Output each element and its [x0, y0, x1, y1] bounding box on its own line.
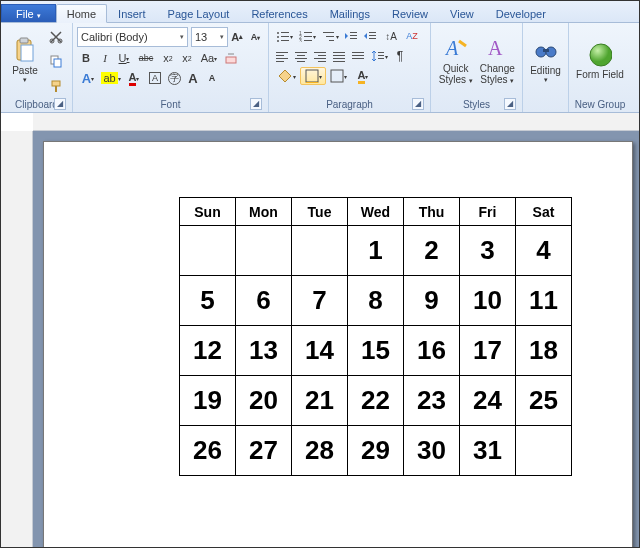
- grow-a-button[interactable]: A: [184, 69, 202, 87]
- calendar-cell[interactable]: 13: [236, 326, 292, 376]
- bullets-button[interactable]: ▾: [273, 27, 295, 45]
- col-sun[interactable]: Sun: [180, 198, 236, 226]
- col-sat[interactable]: Sat: [516, 198, 572, 226]
- calendar-cell[interactable]: [180, 226, 236, 276]
- calendar-cell[interactable]: 26: [180, 426, 236, 476]
- increase-indent-button[interactable]: [361, 27, 379, 45]
- styles-launcher[interactable]: ◢: [504, 98, 516, 110]
- calendar-cell[interactable]: 18: [516, 326, 572, 376]
- decrease-indent-button[interactable]: [342, 27, 360, 45]
- italic-button[interactable]: I: [96, 49, 114, 67]
- calendar-cell[interactable]: 24: [460, 376, 516, 426]
- calendar-cell[interactable]: 23: [404, 376, 460, 426]
- calendar-cell[interactable]: [236, 226, 292, 276]
- calendar-cell[interactable]: 17: [460, 326, 516, 376]
- calendar-cell[interactable]: 30: [404, 426, 460, 476]
- editing-button[interactable]: Editing ▾: [527, 25, 564, 98]
- tab-page-layout[interactable]: Page Layout: [157, 4, 241, 22]
- tab-insert[interactable]: Insert: [107, 4, 157, 22]
- calendar-cell[interactable]: 20: [236, 376, 292, 426]
- border-style-button[interactable]: ▾: [327, 67, 349, 85]
- tab-developer[interactable]: Developer: [485, 4, 557, 22]
- align-right-button[interactable]: [311, 47, 329, 65]
- distributed-button[interactable]: [349, 47, 367, 65]
- calendar-cell[interactable]: 25: [516, 376, 572, 426]
- calendar-cell[interactable]: 15: [348, 326, 404, 376]
- tab-references[interactable]: References: [240, 4, 318, 22]
- calendar-cell[interactable]: 1: [348, 226, 404, 276]
- align-center-button[interactable]: [292, 47, 310, 65]
- copy-button[interactable]: [47, 52, 65, 70]
- col-mon[interactable]: Mon: [236, 198, 292, 226]
- tab-file[interactable]: File▾: [1, 4, 56, 22]
- calendar-cell[interactable]: 29: [348, 426, 404, 476]
- paste-button[interactable]: Paste ▾: [5, 25, 45, 98]
- calendar-cell[interactable]: 4: [516, 226, 572, 276]
- col-wed[interactable]: Wed: [348, 198, 404, 226]
- font-launcher[interactable]: ◢: [250, 98, 262, 110]
- calendar-table[interactable]: Sun Mon Tue Wed Thu Fri Sat 123456789101…: [179, 197, 572, 476]
- underline-button[interactable]: U▾: [115, 49, 133, 67]
- align-left-button[interactable]: [273, 47, 291, 65]
- calendar-cell[interactable]: 22: [348, 376, 404, 426]
- calendar-cell[interactable]: 31: [460, 426, 516, 476]
- calendar-cell[interactable]: [516, 426, 572, 476]
- sort-button[interactable]: AZ: [403, 27, 421, 45]
- calendar-cell[interactable]: 6: [236, 276, 292, 326]
- calendar-cell[interactable]: 28: [292, 426, 348, 476]
- change-case-button[interactable]: Aa▾: [197, 49, 221, 67]
- calendar-cell[interactable]: 10: [460, 276, 516, 326]
- font-name-combo[interactable]: Calibri (Body)▾: [77, 27, 188, 47]
- change-styles-button[interactable]: A Change Styles ▾: [477, 25, 519, 98]
- clipboard-launcher[interactable]: ◢: [54, 98, 66, 110]
- calendar-cell[interactable]: 5: [180, 276, 236, 326]
- calendar-cell[interactable]: [292, 226, 348, 276]
- char-border-button[interactable]: A: [146, 69, 164, 87]
- justify-button[interactable]: [330, 47, 348, 65]
- cut-button[interactable]: [47, 28, 65, 46]
- tab-review[interactable]: Review: [381, 4, 439, 22]
- line-spacing-button[interactable]: ▾: [368, 47, 390, 65]
- borders-button[interactable]: ▾: [300, 67, 326, 85]
- fill-color-button[interactable]: A▾: [350, 67, 376, 85]
- grow-font-button[interactable]: A▴: [229, 28, 246, 46]
- tab-mailings[interactable]: Mailings: [319, 4, 381, 22]
- col-thu[interactable]: Thu: [404, 198, 460, 226]
- numbering-button[interactable]: 123▾: [296, 27, 318, 45]
- calendar-cell[interactable]: 7: [292, 276, 348, 326]
- shrink-a-button[interactable]: A: [203, 69, 221, 87]
- subscript-button[interactable]: x2: [159, 49, 177, 67]
- document-area[interactable]: Sun Mon Tue Wed Thu Fri Sat 123456789101…: [33, 131, 639, 548]
- tab-home[interactable]: Home: [56, 4, 107, 23]
- calendar-cell[interactable]: 14: [292, 326, 348, 376]
- superscript-button[interactable]: x2: [178, 49, 196, 67]
- calendar-cell[interactable]: 11: [516, 276, 572, 326]
- calendar-cell[interactable]: 12: [180, 326, 236, 376]
- shrink-font-button[interactable]: A▾: [247, 28, 264, 46]
- paragraph-launcher[interactable]: ◢: [412, 98, 424, 110]
- ruler-horizontal[interactable]: [33, 113, 639, 131]
- font-color-button[interactable]: A▾: [123, 69, 145, 87]
- calendar-cell[interactable]: 27: [236, 426, 292, 476]
- multilevel-button[interactable]: ▾: [319, 27, 341, 45]
- text-direction-button[interactable]: ↕A: [380, 27, 402, 45]
- bold-button[interactable]: B: [77, 49, 95, 67]
- calendar-cell[interactable]: 16: [404, 326, 460, 376]
- calendar-cell[interactable]: 9: [404, 276, 460, 326]
- text-effects-button[interactable]: A▾: [77, 69, 99, 87]
- form-field-button[interactable]: Form Field: [573, 25, 627, 98]
- quick-styles-button[interactable]: A Quick Styles ▾: [435, 25, 477, 98]
- highlight-button[interactable]: ab▾: [100, 69, 122, 87]
- format-painter-button[interactable]: [47, 77, 65, 95]
- show-marks-button[interactable]: ¶: [391, 47, 409, 65]
- enclose-button[interactable]: 字: [165, 69, 183, 87]
- col-fri[interactable]: Fri: [460, 198, 516, 226]
- ruler-vertical[interactable]: [1, 131, 33, 548]
- calendar-cell[interactable]: 21: [292, 376, 348, 426]
- calendar-cell[interactable]: 19: [180, 376, 236, 426]
- tab-view[interactable]: View: [439, 4, 485, 22]
- strike-button[interactable]: abc: [134, 49, 158, 67]
- clear-format-button[interactable]: [222, 49, 240, 67]
- calendar-cell[interactable]: 2: [404, 226, 460, 276]
- shading-button[interactable]: ▾: [273, 67, 299, 85]
